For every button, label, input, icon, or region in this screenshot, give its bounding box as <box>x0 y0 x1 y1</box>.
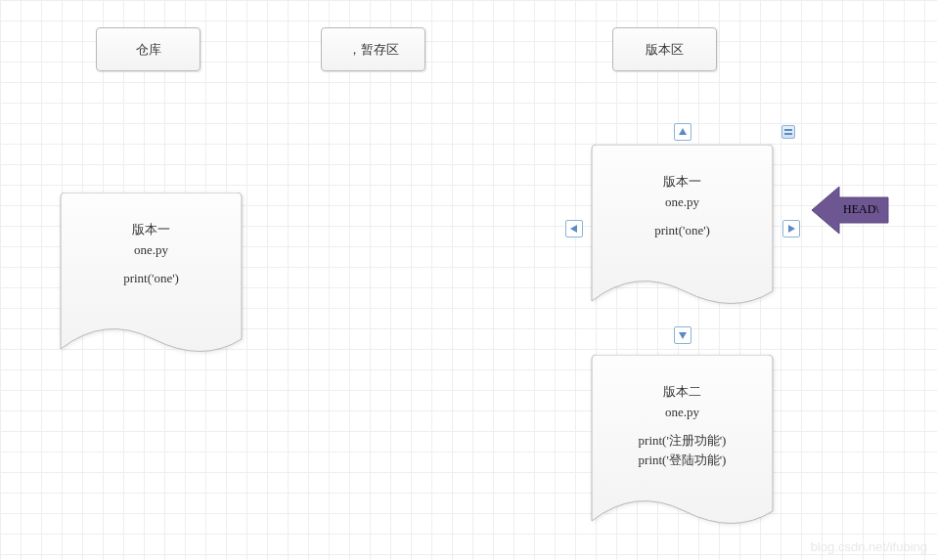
triangle-right-icon <box>786 224 796 234</box>
header-text: ，暂存区 <box>348 41 399 59</box>
triangle-down-icon <box>678 330 688 340</box>
header-text: 版本区 <box>646 41 684 59</box>
header-box-repo: 仓库 <box>96 27 201 71</box>
document-repo-v1: 版本一 one.py print('one') <box>56 193 246 364</box>
doc-code: print('one') <box>587 221 778 241</box>
watermark: blog.csdn.net/ifubing <box>811 539 927 554</box>
selection-handle-left[interactable] <box>565 220 583 237</box>
svg-marker-0 <box>679 128 687 135</box>
doc-title: 版本一 <box>56 220 246 240</box>
doc-code: print('one') <box>56 269 246 289</box>
doc-file: one.py <box>587 193 778 213</box>
header-box-version: 版本区 <box>612 27 717 71</box>
document-content: 版本二 one.py print('注册功能') print('登陆功能') <box>587 355 778 471</box>
header-text: 仓库 <box>136 41 161 59</box>
spacer <box>587 213 778 221</box>
equals-icon <box>783 127 793 137</box>
connect-handle[interactable] <box>781 125 795 139</box>
doc-title: 版本二 <box>587 382 778 403</box>
triangle-left-icon <box>569 224 579 234</box>
triangle-up-icon <box>678 127 688 137</box>
doc-code: print('注册功能') <box>587 431 778 452</box>
doc-code: print('登陆功能') <box>587 451 778 471</box>
head-arrow-label: HEAD\ <box>843 202 879 217</box>
selection-handle-bottom[interactable] <box>674 326 692 344</box>
selection-handle-right[interactable] <box>782 220 800 237</box>
document-version-v2: 版本二 one.py print('注册功能') print('登陆功能') <box>587 355 778 536</box>
document-content: 版本一 one.py print('one') <box>587 145 778 240</box>
document-content: 版本一 one.py print('one') <box>56 193 246 288</box>
svg-marker-2 <box>788 225 795 233</box>
document-version-v1[interactable]: 版本一 one.py print('one') <box>587 145 778 316</box>
doc-file: one.py <box>56 240 246 261</box>
svg-marker-3 <box>679 332 687 339</box>
svg-marker-1 <box>570 225 577 233</box>
selection-handle-top[interactable] <box>674 123 692 141</box>
doc-title: 版本一 <box>587 172 778 193</box>
svg-rect-4 <box>784 129 792 131</box>
spacer <box>56 261 246 269</box>
spacer <box>587 423 778 431</box>
head-arrow[interactable]: HEAD\ <box>812 184 890 237</box>
header-box-stage: ，暂存区 <box>321 27 425 71</box>
doc-file: one.py <box>587 403 778 423</box>
svg-rect-5 <box>784 133 792 135</box>
